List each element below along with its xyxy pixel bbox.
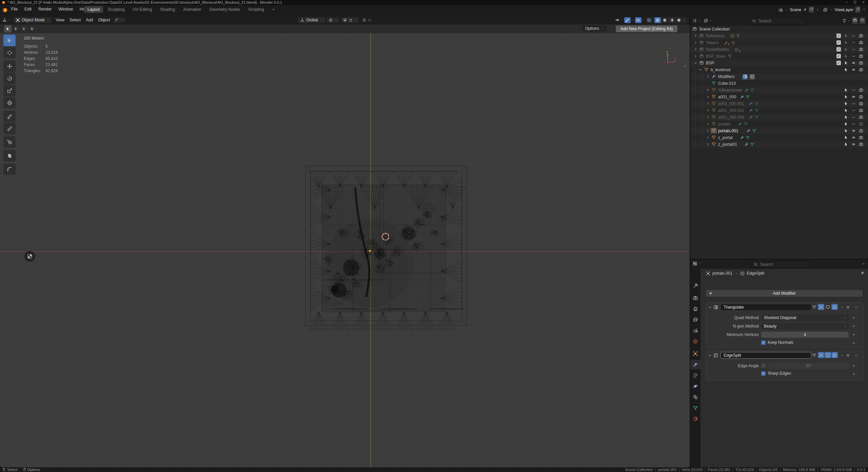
chevron-right-icon[interactable]	[706, 142, 710, 146]
chevron-right-icon[interactable]	[706, 95, 710, 99]
outliner-item-label[interactable]: a001_000.003	[718, 114, 744, 121]
collection-checkbox[interactable]: ✓	[836, 54, 841, 58]
shading-material-button[interactable]	[669, 17, 675, 23]
hide-toggle-icon[interactable]	[851, 142, 856, 146]
chevron-right-icon[interactable]	[706, 122, 710, 126]
properties-tab-render[interactable]	[690, 293, 701, 303]
chevron-right-icon[interactable]	[706, 129, 710, 133]
selectable-toggle-icon[interactable]	[844, 115, 848, 119]
viewlayer-copy-button[interactable]	[855, 6, 861, 13]
outliner-item-label[interactable]: %Beamtower	[718, 87, 742, 94]
chevron-right-icon[interactable]	[693, 54, 698, 58]
properties-tab-tool[interactable]	[690, 281, 701, 291]
selectable-toggle-icon[interactable]	[844, 88, 848, 92]
outliner-search-input[interactable]	[758, 18, 796, 24]
viewport-menu-object[interactable]: Object	[97, 17, 112, 23]
toggle-editmode[interactable]	[818, 352, 824, 358]
outliner-item-label[interactable]: a001_000	[718, 94, 736, 100]
checkbox-keep-normals[interactable]: ✓	[761, 340, 766, 345]
modifier-panel-header[interactable]: EdgeSplit	[706, 351, 864, 360]
collection-checkbox[interactable]: ✓	[836, 47, 841, 52]
chevron-down-icon[interactable]	[642, 19, 645, 22]
selectable-toggle-icon[interactable]	[844, 61, 848, 65]
visibility-dropdown[interactable]	[615, 18, 623, 22]
workspace-tab-layout[interactable]: Layout	[84, 6, 103, 13]
shading-rendered-button[interactable]	[676, 17, 682, 23]
workspace-tab-scripting[interactable]: Scripting	[245, 6, 268, 13]
render-toggle-icon[interactable]	[859, 122, 863, 126]
outliner-row[interactable]: BSP_Base✓	[690, 53, 868, 60]
decorator-dot[interactable]	[853, 342, 854, 344]
maximize-icon[interactable]	[853, 0, 857, 4]
new-collection-button[interactable]	[852, 17, 858, 24]
tool-select-box[interactable]	[3, 35, 16, 46]
extras-chevron-icon[interactable]	[840, 305, 844, 309]
drag-handle-icon[interactable]	[854, 353, 859, 358]
chevron-down-icon[interactable]	[829, 8, 833, 12]
workspace-tab-sculpting[interactable]: Sculpting	[104, 6, 128, 13]
properties-tab-constraints[interactable]	[690, 392, 701, 402]
properties-tab-modifiers[interactable]	[690, 360, 701, 369]
field-quad-method[interactable]: Shortest Diagonal	[761, 315, 849, 321]
modifier-panel-header[interactable]: Triangulate	[706, 302, 864, 312]
select-mode-new[interactable]	[4, 25, 12, 33]
render-toggle-icon[interactable]	[859, 54, 863, 58]
outliner-item-label[interactable]: portals	[718, 121, 730, 127]
render-toggle-icon[interactable]	[859, 108, 863, 113]
properties-tab-object-data[interactable]	[690, 403, 701, 413]
field-n-gon-method[interactable]: Beauty	[761, 323, 849, 329]
selectable-toggle-icon[interactable]	[844, 54, 848, 58]
selectable-toggle-icon[interactable]	[844, 129, 848, 133]
properties-tab-material[interactable]	[690, 414, 701, 424]
outliner-item-label[interactable]: BSP	[706, 60, 714, 66]
field-edge-angle[interactable]: 30°	[769, 363, 849, 369]
render-toggle-icon[interactable]	[859, 129, 863, 133]
gizmo-toggle[interactable]	[624, 17, 631, 23]
add-modifier-button[interactable]: Add Modifier	[706, 290, 863, 297]
orientation-dropdown[interactable]: Global	[298, 17, 325, 23]
selectable-toggle-icon[interactable]	[844, 108, 848, 113]
hidden-eye-icon[interactable]	[851, 54, 856, 58]
outliner-row[interactable]: portals.001	[690, 127, 868, 134]
outliner-item-label[interactable]: b_levelroot	[711, 66, 731, 73]
outliner-row[interactable]: a001_000.003	[690, 114, 868, 121]
properties-tab-output[interactable]	[690, 304, 701, 314]
outliner-item-label[interactable]: Scene Collection	[699, 26, 730, 33]
chevron-down-icon[interactable]	[683, 19, 686, 22]
scene-icon[interactable]	[778, 7, 783, 12]
breadcrumb-modifier[interactable]: EdgeSplit	[747, 271, 764, 276]
render-toggle-icon[interactable]	[859, 115, 863, 119]
workspace-tab-geometry-nodes[interactable]: Geometry Nodes	[206, 6, 244, 13]
extras-chevron-icon[interactable]	[840, 353, 844, 357]
pivot-dropdown[interactable]	[327, 17, 339, 23]
hidden-eye-icon[interactable]	[851, 115, 856, 119]
viewport-overlay-badge[interactable]	[24, 251, 35, 262]
chevron-down-icon[interactable]	[698, 67, 703, 72]
chevron-right-icon[interactable]	[706, 135, 710, 140]
viewport-menu-add[interactable]: Add	[84, 17, 94, 23]
outliner-item-label[interactable]: a001_000.002	[718, 107, 744, 114]
pin-button[interactable]	[860, 271, 865, 276]
outliner-item-label[interactable]: z_portal	[718, 134, 733, 141]
hidden-eye-icon[interactable]	[851, 47, 856, 52]
chevron-right-icon[interactable]	[693, 40, 698, 45]
new-workspace-button[interactable]: +	[269, 6, 278, 13]
outliner-row[interactable]: a001_000.002	[690, 107, 868, 114]
outliner-row[interactable]: a001_000	[690, 94, 868, 100]
render-toggle-icon[interactable]	[859, 135, 863, 140]
hide-toggle-icon[interactable]	[851, 135, 856, 140]
hidden-eye-icon[interactable]	[851, 88, 856, 92]
render-toggle-icon[interactable]	[859, 47, 863, 52]
chevron-down-icon[interactable]	[373, 19, 376, 22]
outliner-item-label[interactable]: portals.001	[718, 127, 738, 134]
menu-window[interactable]: Window	[56, 6, 75, 12]
outliner-row[interactable]: b_levelroot	[690, 66, 868, 73]
edge-angle-toggle[interactable]	[761, 363, 766, 368]
shading-wireframe-button[interactable]	[654, 17, 661, 23]
chevron-right-icon[interactable]	[706, 108, 710, 113]
outliner-row[interactable]: Towers4✓	[690, 39, 868, 46]
outliner-row[interactable]: Modifiers	[690, 73, 868, 80]
properties-tab-view-layer[interactable]	[690, 315, 701, 324]
outliner-item-label[interactable]: BSP_Base	[706, 53, 726, 60]
shading-solid-button[interactable]	[662, 17, 668, 23]
